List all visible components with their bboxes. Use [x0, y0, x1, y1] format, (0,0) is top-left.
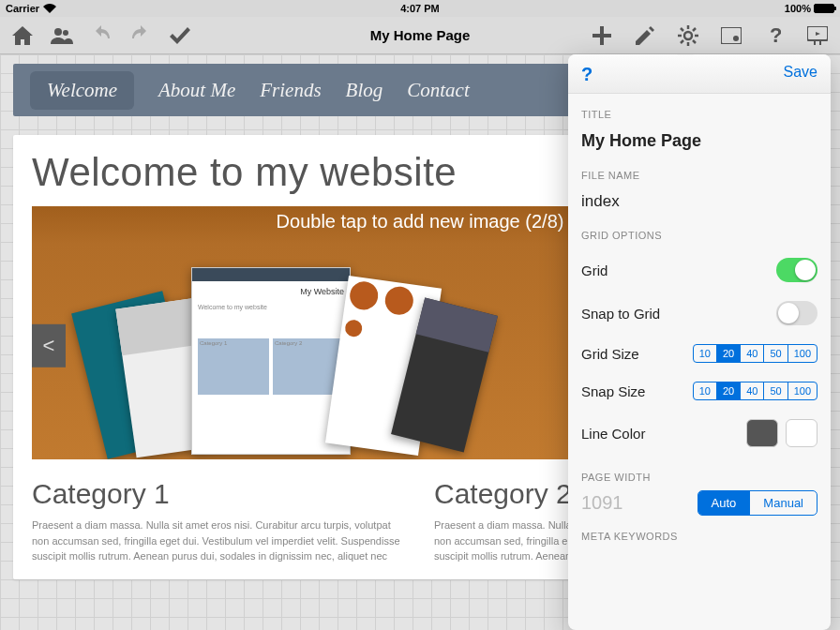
snap-size-label: Snap Size — [581, 383, 645, 399]
svg-text:?: ? — [770, 25, 781, 46]
redo-icon[interactable] — [129, 24, 152, 47]
seg-100[interactable]: 100 — [788, 345, 817, 362]
category-1[interactable]: Category 1 Praesent a diam massa. Nulla … — [32, 478, 406, 564]
page-title: My Home Page — [370, 27, 471, 43]
check-icon[interactable] — [169, 24, 191, 47]
title-input[interactable] — [581, 128, 818, 155]
filename-section-label: FILE NAME — [581, 170, 818, 181]
title-section-label: TITLE — [581, 109, 818, 120]
settings-panel: ? Save TITLE FILE NAME GRID OPTIONS Grid… — [568, 54, 831, 630]
save-button[interactable]: Save — [784, 64, 818, 85]
battery-icon — [814, 4, 834, 13]
seg-10[interactable]: 10 — [694, 345, 717, 362]
meta-keywords-label: META KEYWORDS — [581, 531, 818, 542]
slider-prev[interactable]: < — [32, 324, 66, 368]
gear-icon[interactable] — [677, 24, 699, 47]
svg-point-4 — [733, 36, 739, 41]
line-color-label: Line Color — [581, 426, 645, 442]
nav-welcome[interactable]: Welcome — [30, 71, 134, 110]
add-icon[interactable] — [591, 24, 613, 47]
seg-10[interactable]: 10 — [694, 382, 717, 399]
undo-icon[interactable] — [90, 24, 112, 47]
color-swatch-white[interactable] — [786, 419, 818, 447]
grid-label: Grid — [581, 262, 608, 278]
app-toolbar: My Home Page ? — [0, 17, 840, 54]
page-width-mode[interactable]: Auto Manual — [698, 490, 818, 516]
nav-blog[interactable]: Blog — [346, 79, 383, 102]
seg-100[interactable]: 100 — [788, 382, 817, 399]
help-icon[interactable]: ? — [763, 24, 786, 47]
seg-40[interactable]: 40 — [741, 345, 764, 362]
home-icon[interactable] — [11, 24, 34, 47]
svg-point-2 — [684, 32, 692, 39]
snap-label: Snap to Grid — [581, 306, 660, 322]
pw-auto[interactable]: Auto — [698, 491, 751, 515]
grid-toggle[interactable] — [776, 258, 818, 282]
pw-manual[interactable]: Manual — [750, 491, 817, 515]
present-icon[interactable] — [806, 24, 829, 47]
nav-friends[interactable]: Friends — [260, 79, 321, 102]
svg-rect-3 — [721, 27, 742, 44]
seg-50[interactable]: 50 — [764, 382, 788, 399]
color-swatch-dark[interactable] — [746, 419, 778, 447]
battery-label: 100% — [785, 3, 811, 14]
seg-20[interactable]: 20 — [717, 345, 741, 362]
nav-about[interactable]: About Me — [158, 79, 235, 102]
snap-size-segment[interactable]: 10 20 40 50 100 — [693, 382, 818, 400]
panel-help-icon[interactable]: ? — [581, 64, 592, 85]
filename-input[interactable] — [581, 188, 818, 215]
clock: 4:07 PM — [400, 3, 440, 14]
seg-50[interactable]: 50 — [764, 345, 788, 362]
snap-toggle[interactable] — [776, 301, 818, 325]
svg-point-1 — [63, 30, 68, 36]
seg-40[interactable]: 40 — [741, 382, 764, 399]
edit-icon[interactable] — [634, 24, 656, 47]
svg-point-0 — [54, 28, 62, 36]
category-title: Category 1 — [32, 478, 406, 510]
grid-size-segment[interactable]: 10 20 40 50 100 — [693, 344, 818, 363]
preview-icon[interactable] — [720, 24, 742, 47]
users-icon[interactable] — [51, 24, 73, 47]
carrier-label: Carrier — [6, 3, 39, 14]
grid-options-label: GRID OPTIONS — [581, 230, 818, 241]
nav-contact[interactable]: Contact — [407, 79, 470, 102]
grid-size-label: Grid Size — [581, 346, 639, 362]
wifi-icon — [43, 4, 56, 13]
seg-20[interactable]: 20 — [717, 382, 741, 399]
category-text: Praesent a diam massa. Nulla sit amet er… — [32, 518, 406, 564]
page-width-label: PAGE WIDTH — [581, 472, 818, 483]
page-width-value[interactable]: 1091 — [581, 492, 688, 514]
status-bar: Carrier 4:07 PM 100% — [0, 0, 840, 17]
